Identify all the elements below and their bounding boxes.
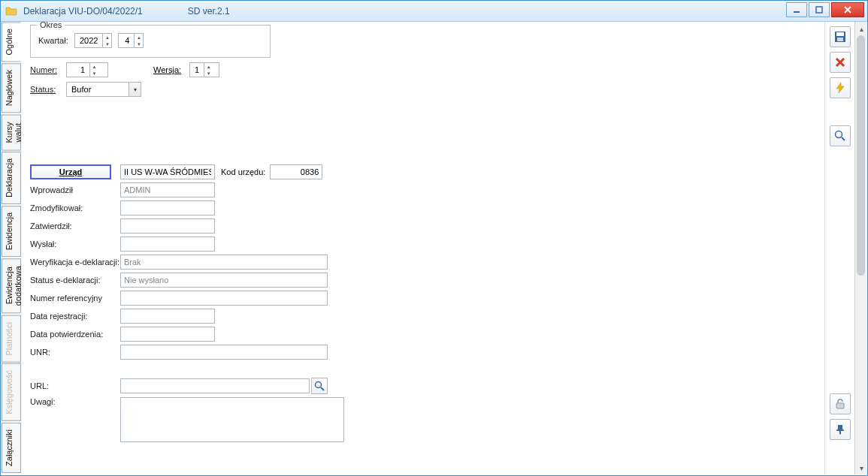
unr-label: UNR: (30, 348, 120, 357)
tab-zalaczniki[interactable]: Załączniki (2, 423, 21, 473)
urzad-name-field[interactable] (120, 164, 215, 179)
tab-deklaracja[interactable]: Deklaracja (2, 152, 21, 204)
svg-line-8 (842, 137, 845, 140)
window-title: Deklaracja VIU-DO/04/2022/1 (23, 6, 143, 17)
delete-icon (834, 56, 846, 68)
delete-button[interactable] (830, 52, 851, 73)
wyslal-field (120, 236, 215, 252)
pin-icon (834, 423, 846, 435)
spin-up-icon[interactable]: ▲ (204, 63, 213, 70)
minimize-icon (793, 6, 800, 14)
wersja-label: Wersja: (153, 65, 181, 74)
scroll-down-icon[interactable]: ▾ (856, 462, 866, 473)
kwartal-label: Kwartał: (38, 36, 74, 45)
svg-rect-9 (836, 403, 844, 408)
tab-platnosci[interactable]: Płatności (2, 315, 21, 363)
numer-ref-label: Numer referencyjny (30, 294, 120, 303)
tab-ogolne[interactable]: Ogólne (2, 22, 21, 62)
okres-group: Okres Kwartał: 2022 ▲▼ 4 ▲▼ (30, 25, 271, 58)
spin-down-icon[interactable]: ▼ (135, 41, 143, 47)
titlebar: Deklaracja VIU-DO/04/2022/1 SD ver.2.1 (1, 1, 867, 22)
close-button[interactable] (831, 2, 864, 17)
svg-line-3 (321, 387, 324, 390)
wersja-value: 1 (190, 65, 204, 74)
save-icon (834, 31, 846, 43)
lock-button[interactable] (830, 393, 851, 414)
window-frame: Deklaracja VIU-DO/04/2022/1 SD ver.2.1 O… (0, 0, 868, 476)
tab-kursy-walut[interactable]: Kursy walut (2, 115, 21, 151)
vertical-scrollbar[interactable]: ▴ ▾ (854, 22, 866, 474)
status-edekl-field (120, 273, 328, 288)
data-rej-label: Data rejestracji: (30, 312, 120, 321)
zatwierdzil-field (120, 218, 215, 233)
data-rej-field (120, 309, 215, 324)
window-subtitle: SD ver.2.1 (188, 6, 230, 17)
numer-label: Numer: (30, 65, 57, 74)
search-icon (314, 381, 325, 391)
okres-legend: Okres (37, 22, 65, 29)
save-button[interactable] (830, 26, 851, 47)
year-value: 2022 (75, 36, 102, 45)
data-pot-label: Data potwierdzenia: (30, 330, 120, 339)
data-pot-field (120, 327, 215, 342)
lightning-button[interactable] (830, 77, 851, 98)
tab-ewidencja[interactable]: Ewidencja (2, 206, 21, 257)
tab-ksiegowosc[interactable]: Księgowość (2, 363, 21, 421)
svg-rect-1 (816, 7, 822, 13)
year-spinner[interactable]: 2022 ▲▼ (74, 33, 112, 48)
status-edekl-label: Status e-deklaracji: (30, 276, 120, 285)
urzad-button[interactable]: Urząd (30, 164, 111, 179)
zmodyfikowal-field (120, 200, 215, 215)
zatwierdzil-label: Zatwierdził: (30, 221, 120, 230)
weryfikacja-field (120, 255, 328, 270)
kod-urzedu-field[interactable] (270, 164, 322, 179)
url-field[interactable] (120, 378, 310, 393)
numer-spinner[interactable]: 1 ▲▼ (66, 62, 108, 77)
svg-point-7 (835, 131, 842, 138)
maximize-icon (815, 6, 823, 14)
spin-down-icon[interactable]: ▼ (90, 70, 98, 77)
numer-value: 1 (67, 65, 89, 74)
spin-up-icon[interactable]: ▲ (103, 34, 111, 41)
lightning-icon (834, 82, 846, 94)
right-toolbar (824, 22, 854, 474)
numer-ref-field (120, 291, 328, 306)
spin-up-icon[interactable]: ▲ (90, 63, 98, 70)
zmodyfikowal-label: Zmodyfikował: (30, 203, 120, 212)
weryfikacja-label: Weryfikacja e-deklaracji: (30, 258, 120, 267)
search-button[interactable] (830, 125, 851, 146)
svg-point-2 (316, 382, 322, 388)
wprowadzil-field (120, 182, 215, 197)
folder-icon (5, 5, 17, 17)
minimize-button[interactable] (786, 2, 807, 17)
scroll-up-icon[interactable]: ▴ (856, 23, 866, 34)
close-icon (843, 5, 852, 14)
lock-icon (834, 398, 846, 410)
maximize-button[interactable] (809, 2, 830, 17)
pin-button[interactable] (830, 419, 851, 440)
uwagi-label: Uwagi: (30, 397, 120, 406)
wprowadzil-label: Wprowadził (30, 185, 120, 194)
status-select[interactable]: Bufor ▾ (66, 82, 141, 97)
kod-urzedu-label: Kod urzędu: (221, 167, 265, 176)
chevron-down-icon: ▾ (129, 83, 141, 96)
quarter-spinner[interactable]: 4 ▲▼ (118, 33, 144, 48)
search-icon (834, 130, 846, 142)
wyslal-label: Wysłał: (30, 240, 120, 249)
tab-naglowek[interactable]: Nagłówek (2, 63, 21, 113)
tab-ewidencja-dodatkowa[interactable]: Ewidencja dodatkowa (2, 258, 21, 313)
window-controls (786, 2, 864, 17)
vertical-tabs: Ogólne Nagłówek Kursy walut Deklaracja E… (2, 22, 21, 474)
uwagi-textarea[interactable] (120, 397, 344, 442)
unr-field[interactable] (120, 345, 328, 360)
status-label: Status: (30, 85, 56, 94)
url-label: URL: (30, 381, 120, 390)
svg-rect-6 (837, 38, 843, 41)
spin-down-icon[interactable]: ▼ (103, 41, 111, 47)
wersja-spinner[interactable]: 1 ▲▼ (189, 62, 219, 77)
scroll-thumb[interactable] (857, 35, 865, 276)
spin-down-icon[interactable]: ▼ (204, 70, 213, 77)
url-lookup-button[interactable] (311, 378, 328, 394)
spin-up-icon[interactable]: ▲ (135, 34, 143, 41)
main-panel: Okres Kwartał: 2022 ▲▼ 4 ▲▼ (21, 22, 824, 474)
